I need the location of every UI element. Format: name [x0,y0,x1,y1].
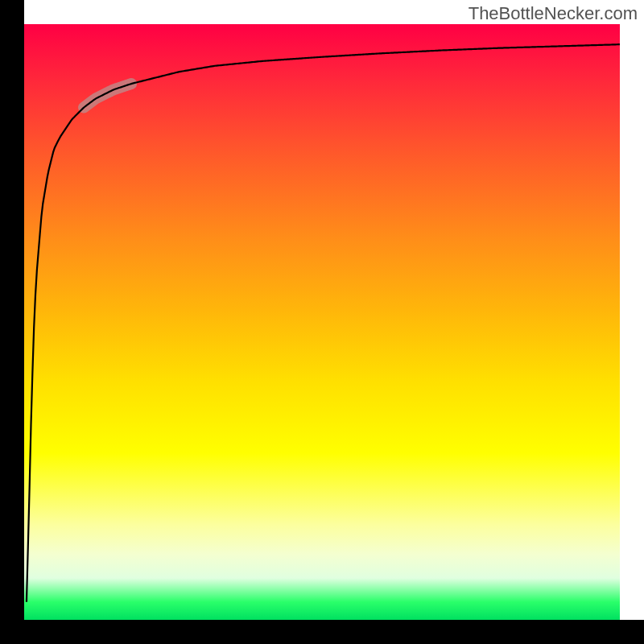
highlight-segment [84,84,131,108]
x-axis-bar [0,620,644,644]
plot-area [24,24,620,620]
chart-container: TheBottleNecker.com [0,0,644,644]
bottleneck-curve [27,44,620,602]
y-axis-bar [0,0,24,644]
curve-layer [24,24,620,620]
attribution-text: TheBottleNecker.com [469,3,638,24]
